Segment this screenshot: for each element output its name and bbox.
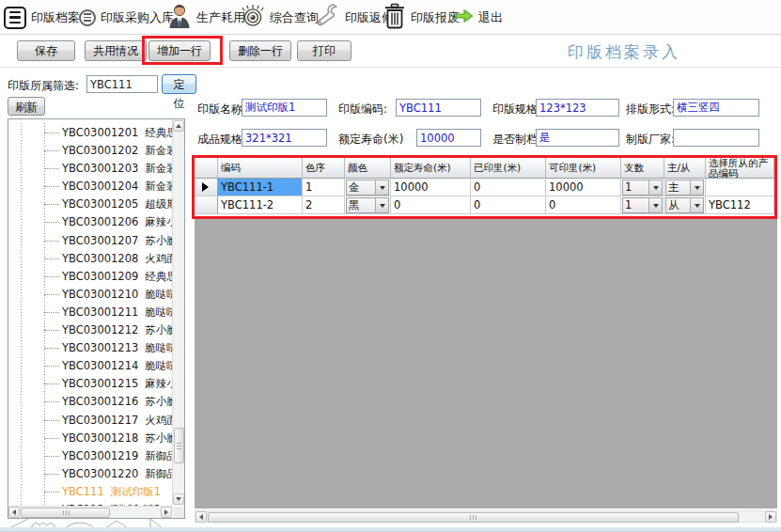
tree-item[interactable]: YBC03001208火鸡面劲爆火鸡5 [9, 250, 172, 268]
header-life[interactable]: 额定寿命(米) [391, 158, 471, 179]
header-role[interactable]: 主/从 [664, 158, 706, 179]
row-selector[interactable] [195, 196, 218, 214]
plate-name-input[interactable] [242, 99, 327, 117]
page-title: 印版档案录入 [568, 41, 781, 63]
toolbar-item-plate-scrap[interactable]: 印版报废 [383, 0, 460, 35]
tree-item[interactable]: YBC03001213脆哒哒麻辣小龙虾 [9, 339, 172, 357]
tree-item[interactable]: YBC03001205超级斯美特香牛 [9, 196, 172, 213]
cell-seq[interactable]: 2 [303, 196, 345, 214]
chevron-down-icon[interactable] [648, 180, 662, 195]
role-combo[interactable]: 主 [665, 180, 704, 196]
plate-maker-input[interactable] [673, 129, 759, 147]
tree-item[interactable]: YBC03001207苏小脆川辣牛肉5 [9, 232, 172, 250]
is-archived-input[interactable] [536, 129, 619, 147]
chevron-down-icon[interactable] [375, 198, 388, 212]
header-printed[interactable]: 已印里(米) [471, 158, 546, 179]
cell-life[interactable]: 0 [391, 196, 471, 214]
tree-item[interactable]: YBC03001211脆哒哒麻辣小龙虾 [9, 304, 172, 321]
tree-item[interactable]: YBC03001219新御品思园香辣牛 [9, 447, 172, 465]
combo-value: 1 [623, 198, 648, 212]
wrench-icon [314, 3, 340, 32]
plate-spec-input[interactable] [536, 99, 619, 117]
toolbar-item-production-usage[interactable]: 生产耗用 [167, 0, 245, 35]
tree-item-code: YBC03001205 [62, 197, 138, 211]
chevron-down-icon[interactable] [375, 180, 388, 195]
toolbar-item-plate-repair[interactable]: 印版返修 [314, 0, 394, 35]
product-spec-input[interactable] [242, 129, 327, 147]
scrollbar-thumb[interactable] [174, 428, 184, 463]
header-seq[interactable]: 色序 [303, 158, 345, 179]
header-product[interactable]: 选择所从的产品编码 [706, 158, 774, 179]
header-code[interactable]: 编码 [218, 158, 303, 179]
tree-item[interactable]: YBC03001203新金装香辣牛肉面 [9, 160, 172, 178]
plate-code-input[interactable] [396, 99, 481, 117]
refresh-button[interactable]: 刷新 [8, 97, 45, 116]
count-combo[interactable]: 1 [622, 180, 663, 196]
cell-color: 黑 [345, 196, 391, 214]
cell-printed[interactable]: 0 [471, 179, 546, 196]
scroll-down-button[interactable] [173, 493, 184, 505]
header-color[interactable]: 颜色 [345, 158, 391, 179]
tree-item[interactable]: YBC03001204新金装老坛酸菜面 [9, 178, 172, 196]
scroll-right-button[interactable] [765, 511, 776, 523]
delete-row-button[interactable]: 删除一行 [229, 40, 291, 61]
tree-item[interactable]: YBC03001216苏小脆川辣牛肉5 [9, 393, 172, 411]
toolbar-item-comprehensive-query[interactable]: 综合查询 [241, 0, 319, 35]
scroll-left-button[interactable] [8, 507, 20, 518]
count-combo[interactable]: 1 [622, 197, 663, 213]
tree-item[interactable]: YBC03001210脆哒哒火鸡面55g [9, 286, 172, 304]
toolbar-item-plate-archive[interactable]: 印版档案 [4, 0, 80, 35]
header-count[interactable]: 支数 [621, 158, 664, 179]
cell-life[interactable]: 10000 [391, 179, 471, 196]
print-button[interactable]: 打印 [297, 40, 351, 61]
filter-input[interactable] [86, 75, 158, 93]
save-button[interactable]: 保存 [17, 40, 75, 61]
combo-value: 主 [666, 180, 690, 195]
chevron-down-icon[interactable] [690, 180, 703, 195]
tree-item-name: 火鸡面劲爆火鸡5 [145, 252, 172, 265]
cell-printable[interactable]: 0 [546, 196, 621, 214]
toolbar-item-plate-purchase[interactable]: 印版采购入库 [79, 0, 174, 35]
header-selector [195, 158, 218, 179]
tree-horizontal-scrollbar[interactable] [8, 506, 172, 518]
tree-item-code: YBC03001208 [62, 252, 138, 265]
header-printable[interactable]: 可印里(米) [546, 158, 621, 179]
scroll-up-button[interactable] [173, 120, 184, 132]
tree-vertical-scrollbar[interactable] [172, 119, 184, 506]
color-combo[interactable]: 金 [346, 180, 389, 196]
tree-item[interactable]: YBC03001218苏小脆新奥尔良鸡 [9, 430, 172, 447]
cell-product[interactable] [706, 179, 774, 196]
add-row-button[interactable]: 增加一行 [148, 40, 211, 61]
locate-button[interactable]: 定位 [162, 74, 196, 94]
scrollbar-thumb[interactable] [21, 508, 110, 518]
cell-code[interactable]: YBC111-2 [218, 196, 303, 214]
tree-item[interactable]: YBC03001201经典思园香辣牛肉面 [9, 124, 172, 142]
cell-product[interactable]: YBC112 [706, 196, 774, 214]
shared-usage-button[interactable]: 共用情况 [85, 40, 147, 61]
toolbar-label: 印版报废 [411, 9, 460, 26]
tree-item[interactable]: YBC03001217火鸡面劲爆火鸡5 [9, 412, 172, 430]
color-combo[interactable]: 黑 [346, 197, 389, 213]
row-selector[interactable] [195, 179, 218, 196]
tree-item[interactable]: YBC03001214脆哒哒火鸡面55g [9, 357, 172, 375]
toolbar-item-exit[interactable]: 退出 [455, 0, 503, 35]
cell-printable[interactable]: 10000 [546, 179, 621, 196]
rated-life-input[interactable] [416, 129, 481, 147]
tree-item[interactable]: YBC03001212苏小脆新奥尔良鸡 [9, 321, 172, 339]
tree-item[interactable]: YBC03001206麻辣小龙虾55g [9, 213, 172, 231]
cell-printed[interactable]: 0 [471, 196, 546, 214]
cell-code[interactable]: YBC111-1 [218, 179, 303, 196]
tree-item[interactable]: YBC03001209经典思园浓香排骨 [9, 268, 172, 286]
chevron-down-icon[interactable] [690, 198, 703, 212]
tree-item[interactable]: YBC03001202新金装红烧牛肉面 [9, 142, 172, 160]
role-combo[interactable]: 从 [665, 197, 704, 213]
scroll-right-button[interactable] [161, 507, 172, 518]
chevron-down-icon[interactable] [648, 198, 662, 212]
rated-life-label: 额定寿命(米) [338, 132, 403, 148]
tree-item-name: 脆哒哒火鸡面55g [145, 359, 172, 372]
layout-form-input[interactable] [673, 99, 759, 117]
tree-item[interactable]: YBC03001215麻辣小龙虾55g15 [9, 375, 172, 393]
tree-item[interactable]: YBC03001220新御品思园红烧牛 [9, 465, 172, 483]
tree-item[interactable]: YBC111测试印版1 [9, 483, 172, 501]
cell-seq[interactable]: 1 [303, 179, 345, 196]
